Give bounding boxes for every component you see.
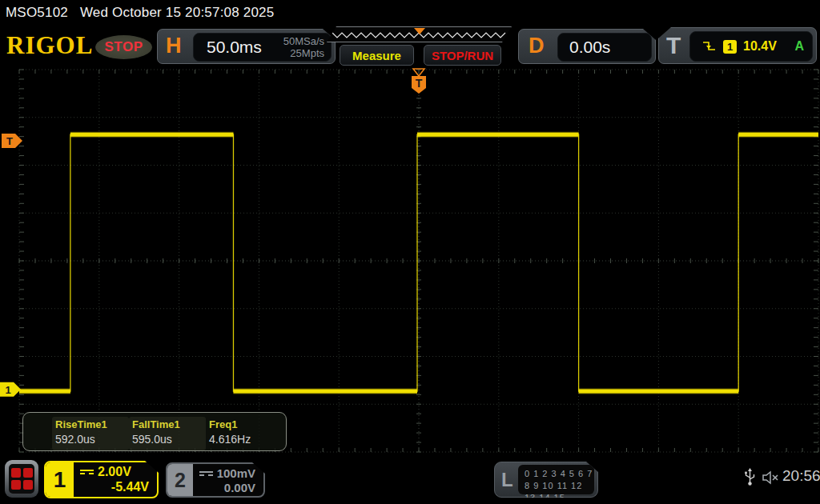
channel-2-scale: 100mV bbox=[217, 466, 255, 480]
measurement-risetime[interactable]: RiseTime1 592.0us bbox=[52, 417, 129, 450]
trigger-position-letter: T bbox=[416, 77, 423, 90]
dc-coupling-icon bbox=[199, 471, 213, 476]
logic-channel-list: 0 1 2 3 4 5 6 7 8 9 10 11 12 13 14 15 bbox=[518, 465, 594, 494]
bottom-bar: 1 2.00V -5.44V 2 100mV 0.00V L bbox=[0, 456, 820, 504]
channel-1-badge[interactable]: 1 2.00V -5.44V bbox=[44, 461, 159, 498]
oscilloscope-screen: MSO5102 Wed October 15 20:57:08 2025 RIG… bbox=[0, 0, 820, 504]
measurement-overlay[interactable]: RiseTime1 592.0us FallTime1 595.0us Freq… bbox=[22, 412, 287, 451]
speaker-muted-icon[interactable] bbox=[762, 470, 781, 486]
windows-grid-button[interactable] bbox=[5, 460, 38, 498]
logic-channels-badge[interactable]: L 0 1 2 3 4 5 6 7 8 9 10 11 12 13 14 15 bbox=[494, 462, 598, 498]
channel-1-number: 1 bbox=[46, 462, 74, 497]
channel-1-marker-number: 1 bbox=[5, 384, 10, 396]
channel-2-number: 2 bbox=[167, 464, 193, 496]
channel-2-offset: 0.00V bbox=[199, 481, 255, 494]
trigger-level-letter: T bbox=[6, 135, 13, 147]
channel-2-badge[interactable]: 2 100mV 0.00V bbox=[166, 462, 265, 498]
measurement-freq[interactable]: Freq1 4.616Hz bbox=[206, 417, 283, 450]
grid-icon bbox=[9, 464, 34, 494]
dc-coupling-icon bbox=[80, 470, 94, 474]
measurement-falltime[interactable]: FallTime1 595.0us bbox=[129, 417, 206, 450]
channel-1-offset: -5.44V bbox=[80, 480, 149, 494]
clock-text: 20:56 bbox=[782, 467, 820, 485]
logic-label: L bbox=[501, 469, 513, 491]
channel-1-scale: 2.00V bbox=[98, 465, 131, 479]
usb-icon bbox=[743, 468, 757, 487]
